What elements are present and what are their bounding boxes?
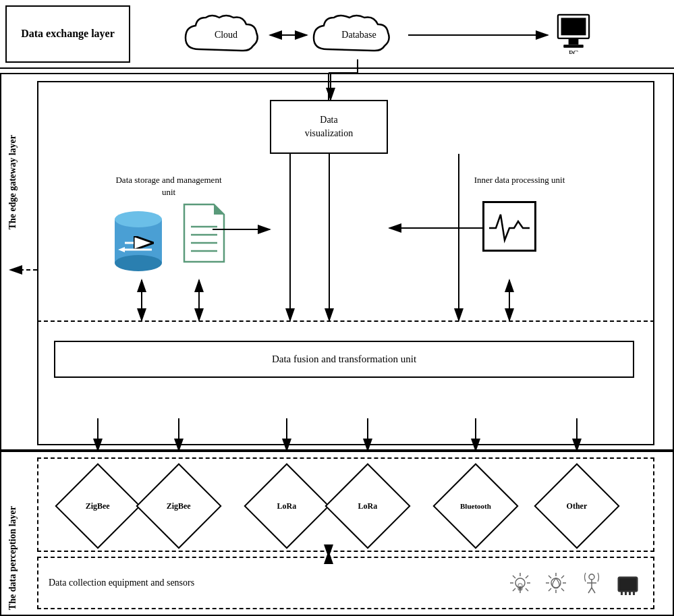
svg-rect-75: [633, 592, 635, 595]
data-fusion-label: Data fusion and transformation unit: [272, 354, 416, 365]
sensors-dashed-box: Data collection equipment and sensors: [37, 557, 654, 609]
data-viz-label: Datavisualization: [305, 113, 354, 140]
camera-sensor-icon: [616, 571, 640, 595]
svg-line-50: [513, 576, 515, 578]
svg-rect-74: [629, 592, 631, 595]
svg-text:Cloud: Cloud: [215, 30, 237, 40]
svg-rect-32: [569, 38, 579, 45]
diamond-lora-2: LoRa: [331, 469, 405, 543]
svg-line-63: [561, 576, 564, 578]
motion-sensor-icon: [580, 571, 604, 595]
svg-point-37: [115, 211, 162, 227]
data-viz-box: Datavisualization: [270, 100, 388, 154]
data-perception-label: The data perception layer: [7, 506, 27, 610]
svg-line-51: [526, 588, 528, 591]
data-exchange-layer-box: Data exchange layer: [5, 5, 130, 63]
svg-rect-31: [561, 18, 586, 35]
edge-gateway-label: The edge gateway layer: [7, 135, 27, 229]
diamond-zigbee-1: ZigBee: [61, 469, 135, 543]
diamond-bluetooth: Bluetooth: [439, 469, 513, 543]
svg-line-52: [526, 576, 528, 578]
top-divider: [0, 67, 674, 69]
svg-rect-72: [621, 592, 623, 595]
svg-line-53: [513, 588, 515, 591]
svg-text:Database: Database: [341, 30, 376, 40]
db-cylinder-icon: [111, 206, 165, 276]
svg-line-64: [549, 588, 551, 591]
diamond-zigbee-2: ZigBee: [142, 469, 216, 543]
database-cloud-shape: Database: [310, 12, 405, 56]
pc-icon: PC: [553, 13, 594, 54]
svg-rect-55: [519, 586, 522, 590]
svg-point-36: [115, 255, 162, 271]
diamond-other: Other: [540, 469, 614, 543]
sensor-icons: [509, 571, 653, 595]
data-exchange-label: Data exchange layer: [21, 27, 115, 41]
main-container: Data exchange layer: [0, 0, 674, 616]
svg-line-69: [592, 588, 595, 593]
diamond-lora-1: LoRa: [250, 469, 324, 543]
svg-text:PC: PC: [569, 49, 579, 54]
svg-line-62: [561, 588, 564, 591]
doc-icon: [179, 201, 229, 268]
waveform-box: [482, 201, 536, 252]
dashed-divider: [37, 320, 654, 322]
cloud-shape: Cloud: [182, 12, 270, 56]
sensors-label: Data collection equipment and sensors: [49, 578, 509, 588]
svg-line-61: [549, 576, 551, 578]
svg-point-65: [589, 574, 594, 580]
svg-point-45: [515, 578, 525, 588]
sun-sensor-icon: [509, 571, 532, 595]
data-storage-label: Data storage and managementunit: [108, 174, 229, 198]
inner-processing-label: Inner data processing unit: [459, 174, 580, 186]
svg-rect-33: [563, 45, 584, 48]
svg-line-68: [588, 588, 592, 593]
humidity-sensor-icon: [544, 571, 568, 595]
svg-rect-71: [619, 578, 636, 590]
svg-rect-73: [625, 592, 627, 595]
data-fusion-box: Data fusion and transformation unit: [54, 341, 634, 378]
